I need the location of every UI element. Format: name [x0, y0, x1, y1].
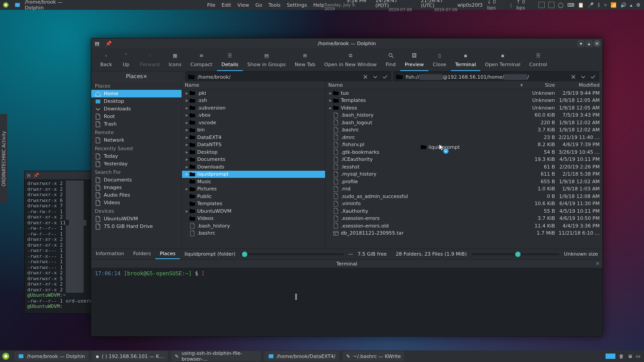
clock-utc[interactable]: 21:26:47 (UTC) 2019-07-09 — [421, 0, 458, 12]
back-button[interactable]: ‹Back — [96, 50, 117, 70]
new-tab-button[interactable]: ⊞New Tab — [290, 50, 320, 70]
places-item[interactable]: Audio Files — [91, 191, 182, 199]
window-close-button[interactable]: ✕ — [593, 40, 601, 47]
column-name[interactable]: Name — [185, 82, 322, 88]
expand-icon[interactable]: ▸ — [185, 120, 189, 126]
list-item[interactable]: ▸DataEXT4 — [182, 134, 325, 141]
list-item[interactable]: ▸.vbox — [182, 112, 325, 119]
places-item[interactable]: Home — [91, 90, 182, 97]
status-tab-places[interactable]: Places — [155, 249, 180, 259]
clear-icon[interactable] — [362, 73, 369, 80]
places-item[interactable]: Network — [91, 136, 182, 144]
list-item[interactable]: .xsession-errors.old11.4 KiB4/4/19 3:36 … — [326, 222, 602, 230]
list-item[interactable]: ▸DataNTFS — [182, 141, 325, 149]
places-item[interactable]: Trash — [91, 120, 182, 128]
status-tab-folders[interactable]: Folders — [129, 249, 156, 259]
accept-icon[interactable] — [589, 73, 597, 80]
places-item[interactable]: Downloads — [91, 105, 182, 113]
list-item[interactable]: ▸Documents — [182, 156, 325, 164]
list-item[interactable]: Templates — [182, 200, 325, 208]
list-item[interactable]: ▸VideosUnknown1/9/18 12:05 AM — [326, 104, 602, 112]
tray-wifi-icon[interactable]: 📶 — [610, 2, 617, 8]
list-item[interactable]: .fishsrv.pl8.2 KiB4/6/19 7:39 PM — [326, 141, 602, 149]
list-item[interactable]: Public — [182, 193, 325, 200]
clock-pdt[interactable]: 14:26:47 (PDT) 2019-07-09 — [375, 0, 412, 12]
window-minimize-button[interactable]: ▾ — [577, 40, 585, 47]
tray-box-icon[interactable] — [538, 2, 545, 8]
dolphin-app-icon[interactable] — [13, 1, 21, 9]
expand-icon[interactable]: ▸ — [185, 164, 189, 170]
list-item[interactable]: .mysql_history611 B2/1/18 5:38 PM — [326, 171, 602, 178]
menu-help[interactable]: Help — [313, 2, 324, 8]
preview-button[interactable]: 🖼Preview — [400, 50, 428, 71]
tray-expand-icon[interactable]: ▴ — [630, 2, 633, 8]
expand-icon[interactable]: ▸ — [185, 105, 189, 111]
expand-icon[interactable]: ▸ — [328, 97, 333, 103]
open-new-window-button[interactable]: ⧉Open in New Window — [320, 50, 381, 70]
menu-go[interactable]: Go — [255, 2, 262, 8]
expand-icon[interactable]: ▸ — [185, 208, 189, 214]
places-item[interactable]: Root — [91, 113, 182, 120]
background-terminal-window[interactable]: ▤ 📌 drwxrwxr-x 2 xxxxxxdrwxr-xr-x 2 xxxx… — [24, 171, 100, 314]
terminal-output[interactable]: 17:06:14 [brook@G5-openSUSE:~] $ [ — [91, 268, 602, 336]
list-item[interactable]: db_20181121-230955.tar1.7 MiB11/21/18 6:… — [326, 230, 602, 237]
taskbar-item-dolphin[interactable]: /home/brook — Dolphin — [14, 351, 89, 361]
expand-icon[interactable]: ▸ — [185, 112, 189, 118]
tray-bluetooth-icon[interactable]: ᛒ — [597, 2, 601, 8]
taskbar-item-kate[interactable]: ✎using-ssh-in-dolphin-file-browser-… — [171, 351, 261, 361]
tray-display-icon[interactable]: ▿ — [604, 2, 607, 8]
term-pin-icon[interactable]: 📌 — [33, 173, 39, 178]
tray-activity-icon[interactable] — [606, 354, 615, 359]
control-button[interactable]: ☰Control — [525, 50, 552, 70]
menu-tools[interactable]: Tools — [268, 2, 280, 8]
list-item[interactable]: ▸UbuntuWDVM — [182, 207, 325, 215]
window-pin-icon[interactable]: 📌 — [105, 39, 113, 47]
tray-box2-icon[interactable] — [548, 2, 555, 8]
taskbar-item-konsole[interactable]: ▪( ) 192.168.56.101 — K… — [92, 351, 168, 361]
tray-clipboard-icon[interactable]: 📋 — [578, 2, 584, 8]
list-item[interactable]: .gtk-bookmarks54 B3/26/19 10:45 … — [326, 148, 602, 156]
address-bar-left[interactable]: /home/brook/ — [186, 72, 391, 82]
activity-toolbox[interactable]: ORDINATECHNIC Activity — [0, 114, 7, 203]
clock-main[interactable]: 5:26 PM Tuesday, July 9, 2019 — [325, 0, 367, 12]
places-item[interactable]: Today — [91, 152, 182, 160]
expand-icon[interactable]: ▸ — [328, 90, 333, 96]
terminal-close-icon[interactable]: × — [596, 261, 600, 266]
list-item[interactable]: ▸TemplatesUnknown1/9/18 12:05 AM — [326, 97, 602, 105]
application-launcher-icon[interactable] — [0, 350, 12, 362]
tray-show-desktop-icon[interactable]: ▭ — [636, 354, 640, 359]
tray-volume-icon[interactable]: 🔊 — [620, 2, 627, 8]
taskbar-item-kwrite[interactable]: ✎~/.bashrc — KWrite — [343, 351, 404, 361]
expand-icon[interactable]: ▸ — [185, 90, 189, 96]
places-item[interactable]: Images — [91, 184, 182, 191]
expand-icon[interactable]: ▸ — [185, 142, 189, 147]
taskbar-item-dolphin2[interactable]: /home/brook/DataEXT4/ — [264, 351, 339, 361]
list-item[interactable]: .profile655 B1/9/18 12:02 AM — [326, 178, 602, 185]
expand-icon[interactable]: ▸ — [328, 105, 333, 111]
compact-view-button[interactable]: ≡Compact — [186, 50, 217, 70]
terminal-panel-button[interactable]: ▪Terminal — [451, 50, 481, 71]
list-item[interactable]: Music — [182, 178, 325, 185]
term-menu-icon[interactable]: ▤ — [27, 173, 30, 178]
list-item[interactable]: .dmrc23 B2/21/19 11:40 … — [326, 134, 602, 141]
dropdown-icon[interactable] — [372, 73, 379, 80]
list-item[interactable]: .Xauthority55 B4/5/19 10:11 PM — [326, 207, 602, 215]
left-file-pane[interactable]: Name ▸.pki▸.ssh▸.subversion▸.vbox▸.vscod… — [182, 81, 325, 248]
list-item[interactable]: .ICEauthority19.3 KiB4/5/19 10:11 PM — [326, 156, 602, 164]
find-button[interactable]: Find — [381, 50, 400, 70]
list-item[interactable]: .bash_logout220 B1/9/18 12:02 AM — [326, 119, 602, 126]
expand-icon[interactable]: ▸ — [185, 135, 189, 140]
places-item[interactable]: Videos — [91, 199, 182, 206]
column-modified[interactable]: Modified — [555, 82, 600, 88]
window-maximize-button[interactable]: ▴ — [585, 40, 593, 47]
expand-icon[interactable]: ▸ — [185, 156, 189, 162]
window-menu-icon[interactable]: ▤ — [93, 39, 101, 47]
list-item[interactable]: .bashrc — [182, 230, 325, 237]
right-file-pane[interactable]: Name ▾ Size Modified ▸tuoUnknown2/9/19 9… — [325, 81, 602, 248]
list-item[interactable]: ▸.ssh — [182, 97, 325, 105]
list-item[interactable]: ▸.vscode — [182, 119, 325, 126]
places-item[interactable]: 75.0 GiB Hard Drive — [91, 223, 182, 230]
list-item[interactable]: .bash_history — [182, 222, 325, 230]
tray-mic-icon[interactable]: 🎤 — [588, 2, 594, 8]
details-view-button[interactable]: ☰Details — [217, 50, 243, 71]
